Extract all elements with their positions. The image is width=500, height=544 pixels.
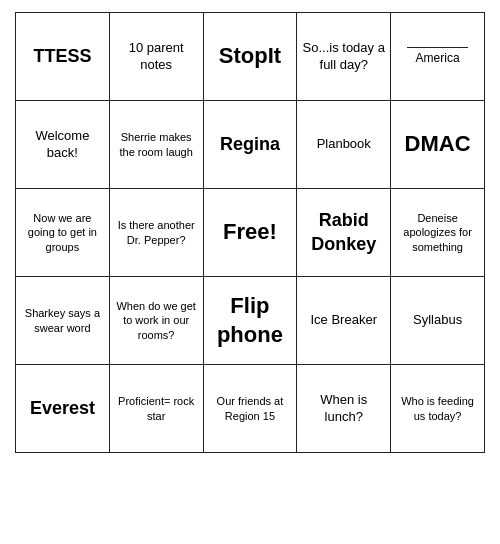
cell-r3-c3: Ice Breaker [297, 277, 391, 365]
cell-r3-c1: When do we get to work in our rooms? [109, 277, 203, 365]
cell-r2-c0: Now we are going to get in groups [16, 189, 110, 277]
cell-r4-c2: Our friends at Region 15 [203, 365, 297, 453]
cell-r2-c2: Free! [203, 189, 297, 277]
cell-r0-c0: TTESS [16, 13, 110, 101]
cell-r2-c4: Deneise apologizes for something [391, 189, 485, 277]
cell-r1-c1: Sherrie makes the room laugh [109, 101, 203, 189]
bingo-title [15, 0, 485, 12]
cell-r4-c3: When is lunch? [297, 365, 391, 453]
cell-r3-c0: Sharkey says a swear word [16, 277, 110, 365]
cell-r0-c2: StopIt [203, 13, 297, 101]
america-text: America [416, 51, 460, 65]
cell-r1-c2: Regina [203, 101, 297, 189]
cell-r2-c3: Rabid Donkey [297, 189, 391, 277]
cell-r1-c4: DMAC [391, 101, 485, 189]
cell-r1-c0: Welcome back! [16, 101, 110, 189]
cell-r3-c2: Flip phone [203, 277, 297, 365]
bingo-grid: TTESS10 parent notesStopItSo...is today … [15, 12, 485, 453]
cell-r4-c1: Proficient= rock star [109, 365, 203, 453]
cell-r0-c1: 10 parent notes [109, 13, 203, 101]
cell-r0-c4: America [391, 13, 485, 101]
cell-r0-c3: So...is today a full day? [297, 13, 391, 101]
cell-r3-c4: Syllabus [391, 277, 485, 365]
america-line [407, 47, 468, 48]
cell-r4-c0: Everest [16, 365, 110, 453]
cell-r1-c3: Planbook [297, 101, 391, 189]
cell-r4-c4: Who is feeding us today? [391, 365, 485, 453]
cell-r2-c1: Is there another Dr. Pepper? [109, 189, 203, 277]
